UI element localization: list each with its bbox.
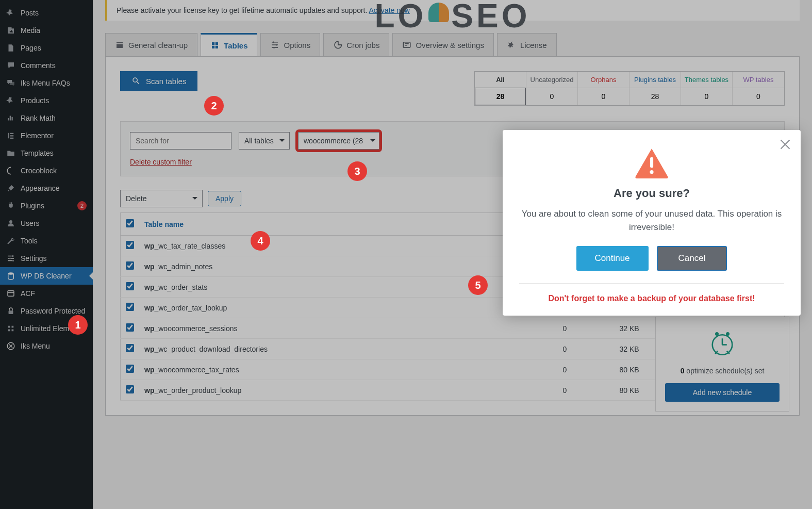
close-icon[interactable] [778, 137, 792, 152]
modal-title: Are you sure? [519, 187, 784, 200]
svg-rect-18 [650, 157, 653, 168]
modal-footer-warning: Don't forget to make a backup of your da… [519, 284, 784, 303]
continue-button[interactable]: Continue [576, 246, 649, 271]
svg-point-19 [650, 170, 653, 174]
annotation-marker-1: 1 [68, 315, 88, 335]
annotation-marker-4: 4 [251, 231, 270, 251]
confirm-modal: Are you sure? You are about to clean som… [503, 130, 801, 316]
modal-message: You are about to clean some of your unus… [519, 207, 784, 234]
warning-icon [635, 149, 669, 178]
annotation-marker-3: 3 [347, 161, 367, 181]
annotation-marker-5: 5 [468, 275, 488, 295]
cancel-button[interactable]: Cancel [657, 246, 727, 271]
annotation-marker-2: 2 [204, 96, 224, 116]
